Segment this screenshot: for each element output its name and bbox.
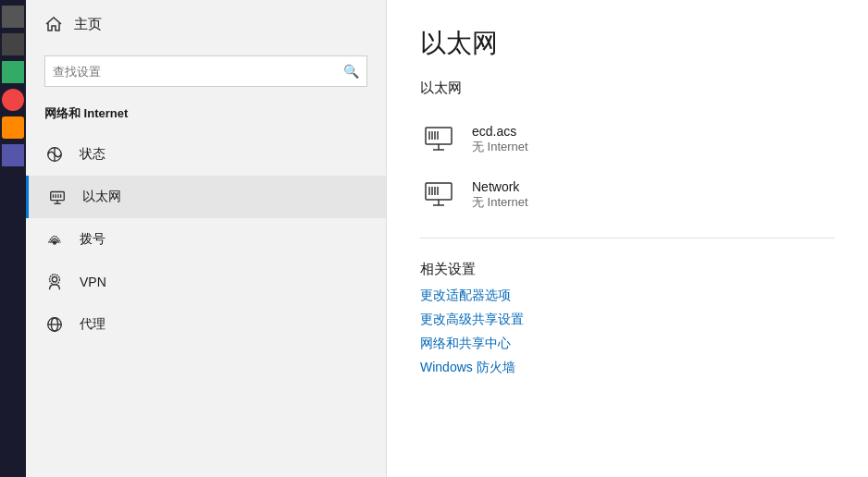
network-monitor-icon-1 bbox=[420, 177, 457, 214]
search-wrapper: 🔍 bbox=[26, 48, 386, 102]
related-link-3[interactable]: Windows 防火墙 bbox=[420, 360, 835, 376]
nav-item-proxy-label: 代理 bbox=[80, 316, 105, 333]
related-link-0[interactable]: 更改适配器选项 bbox=[420, 287, 835, 304]
search-icon[interactable]: 🔍 bbox=[343, 64, 359, 79]
svg-point-10 bbox=[52, 277, 56, 282]
search-box[interactable]: 🔍 bbox=[44, 55, 367, 87]
network-item-info-0: ecd.acs 无 Internet bbox=[472, 124, 528, 155]
nav-item-vpn[interactable]: VPN bbox=[26, 261, 386, 303]
sidebar-section-title: 网络和 Internet bbox=[26, 102, 386, 133]
network-item-1[interactable]: Network 无 Internet bbox=[420, 167, 835, 223]
svg-point-11 bbox=[50, 275, 60, 285]
nav-item-vpn-label: VPN bbox=[80, 275, 106, 289]
network-item-0[interactable]: ecd.acs 无 Internet bbox=[420, 112, 835, 167]
taskbar-icon-chrome[interactable] bbox=[2, 89, 24, 111]
ethernet-subtitle: 以太网 bbox=[420, 80, 835, 97]
svg-point-9 bbox=[54, 241, 56, 244]
network-status-1: 无 Internet bbox=[472, 194, 528, 211]
page-title: 以太网 bbox=[420, 26, 835, 61]
sidebar: 主页 🔍 网络和 Internet 状态 bbox=[26, 0, 387, 477]
home-label: 主页 bbox=[74, 16, 102, 33]
taskbar-icon-1[interactable] bbox=[2, 6, 24, 28]
taskbar bbox=[0, 0, 26, 477]
related-section-title: 相关设置 bbox=[420, 261, 835, 278]
taskbar-icon-player[interactable] bbox=[2, 144, 24, 166]
nav-item-dial-label: 拨号 bbox=[80, 231, 105, 248]
search-input[interactable] bbox=[53, 65, 343, 79]
taskbar-icon-2[interactable] bbox=[2, 33, 24, 55]
network-name-0: ecd.acs bbox=[472, 124, 528, 139]
ethernet-icon bbox=[47, 187, 68, 207]
nav-item-ethernet[interactable]: 以太网 bbox=[26, 176, 386, 218]
nav-item-ethernet-label: 以太网 bbox=[82, 189, 121, 205]
section-divider bbox=[420, 238, 835, 238]
taskbar-icon-vlc[interactable] bbox=[2, 116, 24, 139]
network-item-info-1: Network 无 Internet bbox=[472, 179, 528, 211]
nav-item-status-label: 状态 bbox=[80, 146, 105, 163]
related-link-2[interactable]: 网络和共享中心 bbox=[420, 336, 835, 352]
home-icon bbox=[44, 15, 63, 33]
sidebar-home-item[interactable]: 主页 bbox=[26, 0, 386, 48]
network-name-1: Network bbox=[472, 179, 528, 194]
main-content: 以太网 以太网 ecd.acs 无 Internet bbox=[387, 0, 868, 477]
network-monitor-icon-0 bbox=[420, 121, 457, 158]
nav-item-dial[interactable]: 拨号 bbox=[26, 218, 386, 261]
related-link-1[interactable]: 更改高级共享设置 bbox=[420, 312, 835, 328]
taskbar-icon-network[interactable] bbox=[2, 61, 24, 83]
proxy-icon bbox=[44, 314, 65, 335]
nav-item-status[interactable]: 状态 bbox=[26, 133, 386, 176]
vpn-icon bbox=[44, 272, 65, 292]
network-status-0: 无 Internet bbox=[472, 139, 528, 155]
dial-icon bbox=[44, 229, 65, 250]
nav-item-proxy[interactable]: 代理 bbox=[26, 303, 386, 346]
status-icon bbox=[44, 144, 65, 165]
